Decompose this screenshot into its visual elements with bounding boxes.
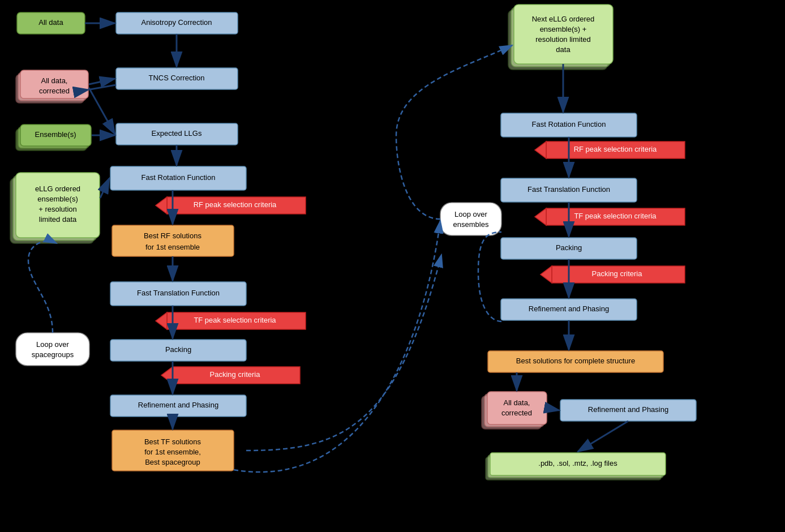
arrow-besttf-right [246, 255, 441, 451]
refinement-right2-label: Refinement and Phasing [588, 405, 668, 414]
arrow-refinement2-output [578, 421, 628, 452]
ellg-label3: + resolution [38, 205, 77, 213]
anisotropy-label: Anisotropy Correction [141, 18, 212, 27]
loop-ensembles-path [396, 45, 512, 219]
next-ellg-label3: resolution limited [535, 35, 591, 44]
loop-ensembles-box [440, 203, 501, 235]
packing-criteria-right-label: Packing criteria [592, 269, 643, 278]
packing-right-label: Packing [556, 243, 582, 252]
loop-ensembles-label1: Loop over [454, 210, 487, 218]
best-tf-label1: Best TF solutions [144, 437, 201, 446]
rf-criteria-right-label: RF peak selection criteria [574, 145, 657, 153]
arrow-tncs-corrected [90, 85, 116, 89]
ellg-label1: eLLG ordered [35, 185, 80, 193]
fast-translation-right-label: Fast Translation Function [527, 185, 610, 194]
arrow-ellg-rotation [100, 178, 109, 198]
packing-left-label: Packing [165, 345, 191, 354]
best-rf-label2: for 1st ensemble [145, 243, 200, 251]
fast-translation-left-label: Fast Translation Function [137, 289, 220, 297]
rf-criteria-right-head [535, 141, 546, 158]
arrow-corrected-tncs [89, 79, 115, 84]
best-tf-label3: Best spacegroup [145, 458, 200, 466]
output-files-label: .pdb, .sol, .mtz, .log files [538, 459, 617, 467]
refinement-left-label: Refinement and Phasing [138, 401, 218, 409]
tncs-label: TNCS Correction [149, 74, 205, 82]
arrow-corrected-ellgs [89, 88, 115, 134]
tf-criteria-left-label: TF peak selection criteria [194, 316, 276, 324]
all-data-corrected-label2: corrected [39, 87, 70, 95]
rf-criteria-left-arrowhead [156, 197, 167, 214]
best-rf-label1: Best RF solutions [144, 231, 201, 240]
rf-criteria-left-label: RF peak selection criteria [194, 200, 277, 209]
workflow-diagram: All data All data, corrected Ensemble(s)… [0, 0, 785, 532]
all-data-label: All data [38, 18, 63, 27]
next-ellg-box [514, 5, 613, 64]
best-tf-label2: for 1st ensemble, [144, 448, 201, 456]
all-data-corrected-right-label1: All data, [504, 398, 530, 407]
tf-criteria-right-head [535, 208, 546, 225]
loop-ensembles-up-path [478, 232, 501, 321]
loop-ensembles-label2: ensembles [453, 220, 489, 229]
expected-llgs-label: Expected LLGs [152, 129, 202, 138]
arrow-left-to-right-flow [234, 221, 440, 472]
best-rf-box [112, 225, 234, 256]
loop-spacegroups-label1: Loop over [36, 340, 69, 349]
next-ellg-label4: data [556, 45, 570, 54]
ensembles-label: Ensemble(s) [35, 130, 76, 139]
ellg-label4: limited data [39, 215, 77, 224]
refinement-right-label: Refinement and Phasing [529, 304, 609, 313]
all-data-corrected-right-label2: corrected [501, 409, 532, 417]
ellg-label2: ensemble(s) [37, 195, 78, 203]
fast-rotation-right-label: Fast Rotation Function [532, 120, 606, 128]
loop-spacegroups-box [16, 333, 89, 366]
all-data-corrected-label: All data, [41, 76, 68, 85]
packing-criteria-left-head [161, 367, 173, 384]
tf-criteria-left-head [156, 312, 167, 329]
next-ellg-label2: ensemble(s) + [540, 25, 587, 33]
packing-criteria-left-label: Packing criteria [210, 370, 261, 379]
tf-criteria-right-label: TF peak selection criteria [574, 212, 657, 220]
arrow-alldata-refinement2 [547, 408, 559, 410]
best-complete-label: Best solutions for complete structure [516, 357, 635, 365]
all-data-corrected-right-box [487, 392, 547, 424]
packing-criteria-right-head [541, 266, 552, 283]
loop-spacegroups-path [28, 241, 57, 333]
next-ellg-label1: Next eLLG ordered [532, 15, 595, 23]
loop-spacegroups-label2: spacegroups [32, 350, 74, 359]
fast-rotation-left-label: Fast Rotation Function [141, 173, 216, 182]
